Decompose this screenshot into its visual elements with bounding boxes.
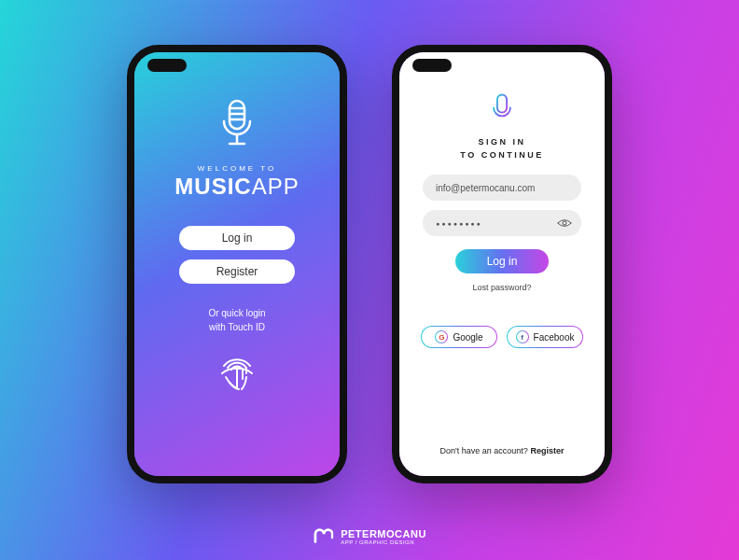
watermark: PETERMOCANU APP / GRAPHIC DESIGN (313, 526, 426, 547)
email-value: info@petermocanu.com (436, 183, 535, 193)
lost-password-link[interactable]: Lost password? (472, 283, 531, 292)
login-button[interactable]: Log in (179, 226, 295, 250)
fingerprint-icon[interactable] (215, 349, 259, 394)
welcome-label: WELCOME TO (198, 164, 276, 173)
phone-notch (147, 59, 187, 72)
eye-icon[interactable] (557, 218, 572, 228)
register-button[interactable]: Register (179, 259, 295, 284)
phone-welcome: WELCOME TO MUSICAPP Log in Register Or q… (127, 45, 347, 483)
watermark-name: PETERMOCANU (341, 529, 426, 539)
svg-point-12 (563, 221, 566, 225)
phone-notch (412, 59, 452, 72)
microphone-icon (216, 99, 258, 151)
quick-login-hint: Or quick login with Touch ID (208, 306, 265, 334)
register-prompt: Don't have an account? Register (440, 446, 565, 455)
watermark-subtitle: APP / GRAPHIC DESIGN (341, 539, 426, 545)
phone-signin: SIGN IN TO CONTINUE info@petermocanu.com… (392, 45, 612, 483)
login-button[interactable]: Log in (455, 249, 549, 273)
email-field[interactable]: info@petermocanu.com (423, 175, 581, 201)
password-field[interactable]: ●●●●●●●● (423, 210, 581, 236)
google-icon: G (435, 330, 448, 343)
facebook-icon: f (516, 330, 529, 343)
google-login-button[interactable]: G Google (421, 326, 497, 348)
register-link[interactable]: Register (530, 446, 564, 455)
microphone-icon (489, 93, 515, 127)
password-value: ●●●●●●●● (436, 220, 482, 227)
signin-title: SIGN IN TO CONTINUE (460, 136, 543, 161)
facebook-login-button[interactable]: f Facebook (507, 326, 583, 348)
app-brand: MUSICAPP (174, 174, 299, 200)
watermark-logo-icon (313, 526, 333, 547)
